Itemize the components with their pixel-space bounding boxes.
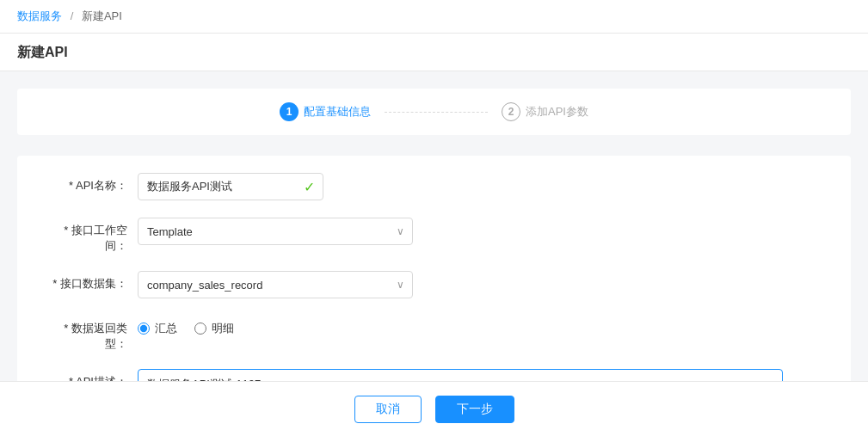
radio-summary-label: 汇总 (155, 321, 177, 336)
main-content: 1 配置基础信息 2 添加API参数 * API名称： ✓ (0, 71, 868, 430)
dataset-select-wrapper: company_sales_record user_data order_inf… (138, 271, 413, 298)
breadcrumb-separator: / (71, 9, 74, 22)
radio-summary-input[interactable] (138, 322, 150, 335)
step-1-circle: 1 (280, 102, 299, 121)
dataset-select[interactable]: company_sales_record user_data order_inf… (138, 271, 413, 298)
step-1: 1 配置基础信息 (280, 102, 371, 121)
next-button[interactable]: 下一步 (435, 396, 514, 423)
dataset-label: * 接口数据集： (52, 271, 138, 292)
step-2-number: 2 (508, 106, 514, 118)
workspace-label: * 接口工作空间： (52, 218, 138, 254)
radio-detail[interactable]: 明细 (194, 321, 234, 336)
radio-detail-input[interactable] (194, 322, 206, 335)
form-row-workspace: * 接口工作空间： Template Default Production ∨ (52, 218, 816, 254)
step-1-number: 1 (286, 106, 292, 118)
step-2-label: 添加API参数 (526, 104, 588, 120)
api-name-label: * API名称： (52, 173, 138, 194)
check-icon: ✓ (304, 179, 315, 195)
workspace-select[interactable]: Template Default Production (138, 218, 413, 245)
step-2: 2 添加API参数 (502, 102, 588, 121)
top-bar: 数据服务 / 新建API (0, 0, 868, 34)
step-1-label: 配置基础信息 (304, 104, 371, 120)
page-wrapper: 数据服务 / 新建API 新建API 1 配置基础信息 2 添加API参数 (0, 0, 868, 430)
api-name-input[interactable] (138, 173, 323, 200)
step-divider (385, 112, 488, 113)
breadcrumb: 数据服务 / 新建API (17, 9, 851, 24)
return-type-label: * 数据返回类型： (52, 316, 138, 352)
form-row-return-type: * 数据返回类型： 汇总 明细 (52, 316, 816, 352)
return-type-radio-group: 汇总 明细 (138, 316, 234, 336)
page-title: 新建API (0, 34, 868, 71)
cancel-button[interactable]: 取消 (354, 396, 422, 423)
breadcrumb-parent[interactable]: 数据服务 (17, 9, 62, 22)
form-row-api-name: * API名称： ✓ (52, 173, 816, 200)
api-name-input-wrapper: ✓ (138, 173, 323, 200)
step-2-circle: 2 (502, 102, 520, 121)
form-row-dataset: * 接口数据集： company_sales_record user_data … (52, 271, 816, 298)
step-bar: 1 配置基础信息 2 添加API参数 (17, 89, 851, 135)
footer-bar: 取消 下一步 (0, 381, 868, 430)
breadcrumb-current: 新建API (82, 9, 122, 22)
radio-summary[interactable]: 汇总 (138, 321, 177, 336)
radio-detail-label: 明细 (212, 321, 234, 336)
workspace-select-wrapper: Template Default Production ∨ (138, 218, 413, 245)
